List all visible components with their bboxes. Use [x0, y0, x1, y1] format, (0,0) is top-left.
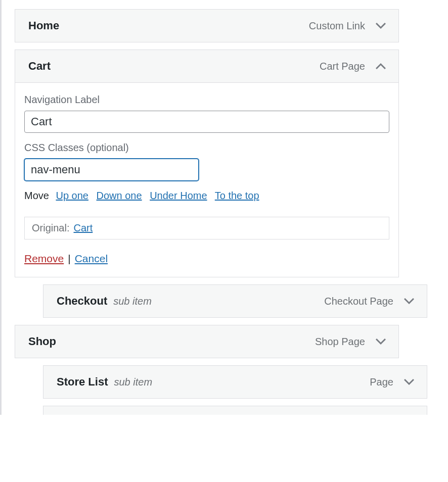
navigation-label-label: Navigation Label — [24, 94, 389, 106]
menu-item-handle[interactable]: Shop Shop Page — [15, 325, 399, 358]
item-title-wrap: Cart — [28, 60, 51, 73]
chevron-down-icon — [376, 22, 386, 29]
item-type: Custom Link — [309, 20, 365, 32]
actions-sep: | — [68, 253, 70, 265]
menu-items-list: Home Custom Link Cart Cart Page — [15, 9, 435, 415]
move-label: Move — [24, 190, 49, 201]
chevron-up-icon — [376, 63, 386, 70]
menu-item-title: Shop — [28, 335, 56, 348]
menu-item-cart: Cart Cart Page Navigation Label CSS Clas… — [15, 50, 435, 277]
move-down-one-link[interactable]: Down one — [97, 190, 142, 201]
menu-item-title: Store List — [57, 375, 108, 389]
sub-item-hint: sub item — [114, 376, 152, 388]
item-type: Cart Page — [320, 61, 365, 72]
css-classes-input[interactable] — [24, 159, 199, 181]
menu-item-home: Home Custom Link — [15, 9, 435, 42]
menu-item-bar[interactable]: Store List sub item Page — [43, 365, 427, 399]
item-controls: Checkout Page — [324, 295, 416, 308]
menu-item-bar[interactable]: Home Custom Link — [15, 9, 399, 42]
chevron-down-icon — [404, 298, 414, 305]
navigation-label-input[interactable] — [24, 111, 389, 133]
collapse-toggle[interactable] — [374, 60, 387, 73]
move-up-one-link[interactable]: Up one — [56, 190, 88, 201]
remove-link[interactable]: Remove — [24, 253, 64, 265]
menu-item-shop: Shop Shop Page — [15, 325, 435, 358]
menu-item-handle[interactable]: Cart Cart Page — [15, 50, 399, 83]
original-link[interactable]: Cart — [73, 222, 93, 234]
original-row: Original: Cart — [24, 217, 389, 239]
menu-item-settings: Navigation Label CSS Classes (optional) … — [15, 83, 399, 277]
move-to-top-link[interactable]: To the top — [215, 190, 259, 201]
menu-item-bar[interactable]: Store Manager sub item Page — [43, 406, 427, 415]
menu-item-checkout: Checkout sub item Checkout Page — [15, 284, 435, 318]
expand-toggle[interactable] — [402, 295, 416, 308]
chevron-down-icon — [404, 378, 414, 385]
item-title-wrap: Checkout sub item — [57, 295, 152, 308]
item-type: Page — [370, 376, 393, 388]
menu-item-bar[interactable]: Shop Shop Page — [15, 325, 399, 358]
item-title-wrap: Store List sub item — [57, 375, 152, 389]
menu-item-store-list: Store List sub item Page — [15, 365, 435, 399]
item-actions: Remove | Cancel — [24, 253, 389, 265]
menu-item-bar[interactable]: Cart Cart Page — [15, 50, 399, 83]
menu-item-handle[interactable]: Home Custom Link — [15, 9, 399, 42]
item-title-wrap: Shop — [28, 335, 56, 348]
move-under-link[interactable]: Under Home — [150, 190, 207, 201]
item-controls: Cart Page — [320, 60, 387, 73]
menu-editor: Home Custom Link Cart Cart Page — [0, 0, 448, 415]
expand-toggle[interactable] — [374, 19, 387, 32]
expand-toggle[interactable] — [374, 335, 387, 348]
css-classes-field: CSS Classes (optional) — [24, 142, 389, 181]
css-classes-label: CSS Classes (optional) — [24, 142, 389, 154]
item-title-wrap: Home — [28, 19, 59, 32]
item-controls: Page — [370, 375, 416, 389]
navigation-label-field: Navigation Label — [24, 94, 389, 133]
menu-item-title: Home — [28, 19, 59, 32]
original-label: Original: — [32, 222, 69, 234]
item-controls: Custom Link — [309, 19, 387, 32]
menu-item-handle[interactable]: Store Manager sub item Page — [43, 406, 427, 415]
menu-item-title: Cart — [28, 60, 51, 73]
item-controls: Shop Page — [315, 335, 387, 348]
move-row: Move Up one Down one Under Home To the t… — [24, 190, 389, 202]
chevron-down-icon — [376, 338, 386, 345]
menu-item-title: Checkout — [57, 295, 107, 308]
expand-toggle[interactable] — [402, 375, 416, 389]
menu-item-cutoff: Store Manager sub item Page — [15, 406, 435, 415]
item-type: Shop Page — [315, 336, 365, 348]
sub-item-hint: sub item — [113, 296, 152, 307]
menu-item-bar[interactable]: Checkout sub item Checkout Page — [43, 284, 427, 318]
item-type: Checkout Page — [324, 296, 393, 307]
menu-item-handle[interactable]: Checkout sub item Checkout Page — [43, 284, 427, 318]
menu-item-handle[interactable]: Store List sub item Page — [43, 365, 427, 399]
cancel-link[interactable]: Cancel — [75, 253, 108, 265]
